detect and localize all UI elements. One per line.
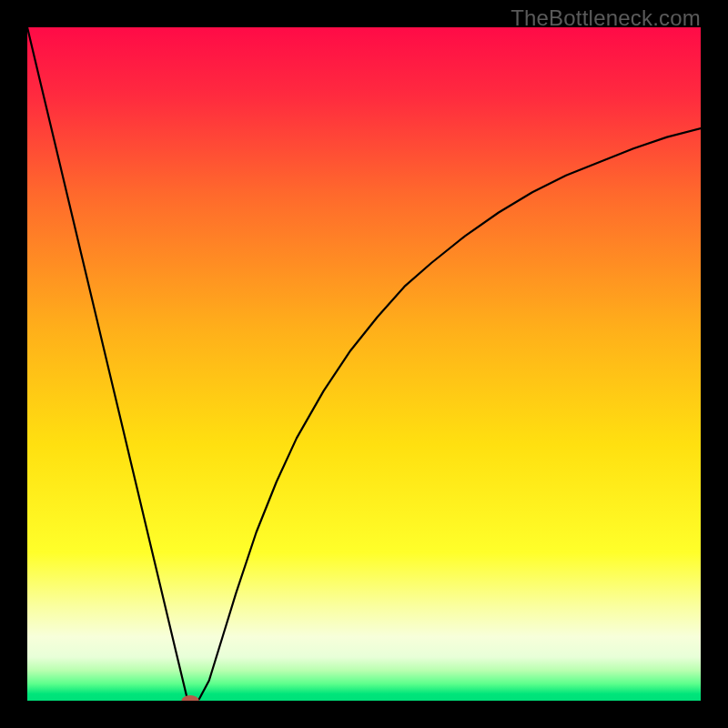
bottleneck-chart: [27, 27, 701, 701]
chart-background: [27, 27, 701, 701]
chart-frame: [27, 27, 701, 701]
